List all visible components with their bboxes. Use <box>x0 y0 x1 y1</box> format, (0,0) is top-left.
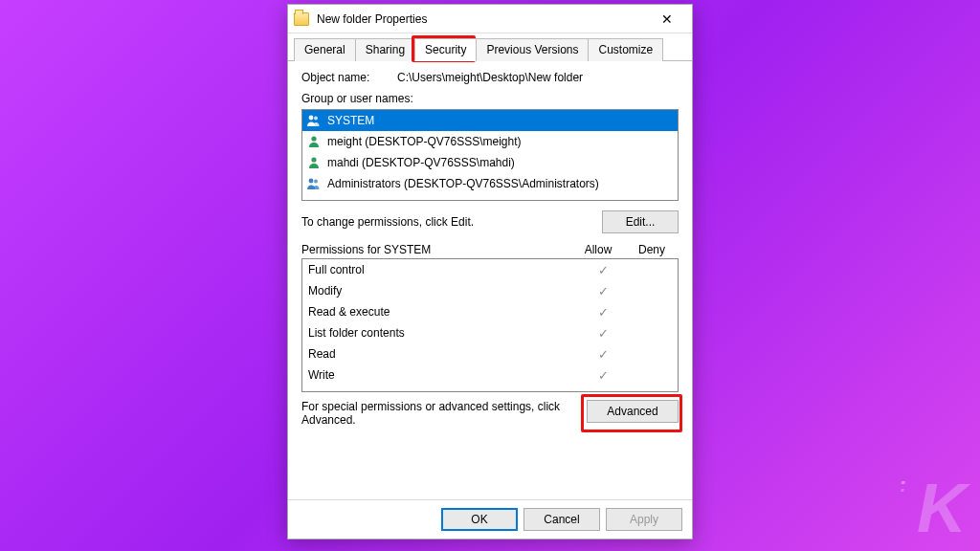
group-icon <box>306 113 322 128</box>
permission-name: Modify <box>308 284 580 298</box>
window-title: New folder Properties <box>317 12 648 26</box>
user-item[interactable]: SYSTEM <box>302 110 678 131</box>
svg-point-1 <box>314 117 318 121</box>
permission-name: Write <box>308 368 580 382</box>
permission-row: Read & execute✓ <box>302 301 678 322</box>
properties-dialog: New folder Properties ✕ GeneralSharingSe… <box>287 4 693 540</box>
group-user-label: Group or user names: <box>301 92 679 105</box>
tab-customize[interactable]: Customize <box>588 38 663 61</box>
permission-name: List folder contents <box>308 326 580 340</box>
allow-check-icon: ✓ <box>580 284 626 298</box>
titlebar: New folder Properties ✕ <box>288 5 692 33</box>
permission-name: Read & execute <box>308 305 580 319</box>
allow-check-icon: ✓ <box>580 305 626 320</box>
edit-hint: To change permissions, click Edit. <box>301 215 602 229</box>
object-name-label: Object name: <box>301 71 397 84</box>
apply-button[interactable]: Apply <box>606 508 682 531</box>
ok-button[interactable]: OK <box>441 508 518 531</box>
user-item[interactable]: mahdi (DESKTOP-QV76SSS\mahdi) <box>302 152 678 173</box>
close-icon: ✕ <box>661 11 673 27</box>
dialog-body: Object name: C:\Users\meight\Desktop\New… <box>288 61 692 499</box>
watermark-letter: K <box>917 470 963 546</box>
folder-icon <box>294 12 309 26</box>
dialog-footer: OK Cancel Apply <box>288 499 692 539</box>
allow-check-icon: ✓ <box>580 347 626 362</box>
tab-strip: GeneralSharingSecurityPrevious VersionsC… <box>288 33 692 61</box>
user-item-label: mahdi (DESKTOP-QV76SSS\mahdi) <box>327 156 515 169</box>
tab-security[interactable]: Security <box>414 38 477 61</box>
user-item-label: Administrators (DESKTOP-QV76SSS\Administ… <box>327 177 599 190</box>
cancel-button[interactable]: Cancel <box>523 508 600 531</box>
permission-row: Write✓ <box>302 364 678 386</box>
advanced-hint: For special permissions or advanced sett… <box>301 400 587 427</box>
user-item-label: meight (DESKTOP-QV76SSS\meight) <box>327 135 522 148</box>
permission-row: List folder contents✓ <box>302 322 678 343</box>
permission-row: Modify✓ <box>302 280 678 301</box>
deny-column-header: Deny <box>625 243 679 256</box>
permissions-list[interactable]: Full control✓Modify✓Read & execute✓List … <box>301 258 679 392</box>
user-icon <box>306 155 322 170</box>
permissions-header: Permissions for SYSTEM <box>301 243 571 256</box>
group-icon <box>306 176 322 191</box>
edit-button[interactable]: Edit... <box>602 210 679 233</box>
tab-sharing[interactable]: Sharing <box>355 38 415 61</box>
allow-check-icon: ✓ <box>580 368 626 383</box>
user-item[interactable]: Administrators (DESKTOP-QV76SSS\Administ… <box>302 173 678 194</box>
allow-check-icon: ✓ <box>580 326 626 341</box>
user-icon <box>306 134 322 149</box>
user-item[interactable]: meight (DESKTOP-QV76SSS\meight) <box>302 131 678 152</box>
permission-name: Read <box>308 347 580 361</box>
svg-point-4 <box>309 179 314 184</box>
tab-general[interactable]: General <box>294 38 356 61</box>
object-name-value: C:\Users\meight\Desktop\New folder <box>397 71 679 84</box>
tab-previous-versions[interactable]: Previous Versions <box>476 38 589 61</box>
close-button[interactable]: ✕ <box>648 6 686 33</box>
user-list[interactable]: SYSTEMmeight (DESKTOP-QV76SSS\meight)mah… <box>301 109 679 201</box>
watermark-logo: ∙∙∙ K <box>917 469 963 547</box>
svg-point-5 <box>314 180 318 184</box>
advanced-button[interactable]: Advanced <box>587 400 679 423</box>
permission-name: Full control <box>308 263 580 276</box>
allow-check-icon: ✓ <box>580 263 626 277</box>
svg-point-0 <box>309 116 314 121</box>
permission-row: Full control✓ <box>302 259 678 280</box>
permission-row: Read✓ <box>302 343 678 364</box>
user-item-label: SYSTEM <box>327 114 374 127</box>
svg-point-2 <box>311 136 316 141</box>
allow-column-header: Allow <box>571 243 625 256</box>
svg-point-3 <box>311 157 316 162</box>
